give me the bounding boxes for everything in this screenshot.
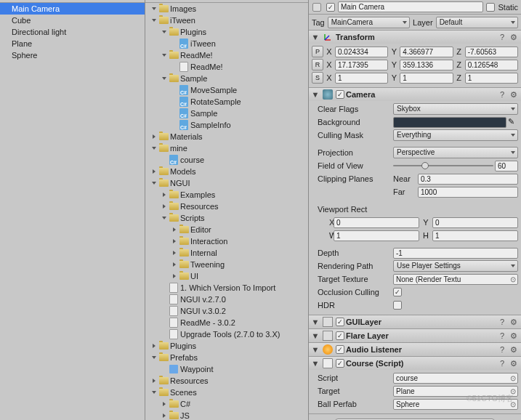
foldout-icon[interactable] [160, 202, 169, 211]
foldout-icon[interactable] [160, 190, 169, 199]
project-item[interactable]: Plugins [145, 26, 308, 38]
fov-slider[interactable] [393, 161, 493, 171]
help-icon[interactable]: ? [497, 344, 507, 355]
rendering-path-dropdown[interactable]: Use Player Settings [393, 260, 518, 272]
foldout-icon[interactable] [150, 132, 158, 141]
enable-checkbox[interactable]: ✓ [336, 90, 344, 99]
project-item[interactable]: Tweening [145, 259, 308, 270]
foldout-icon[interactable] [150, 16, 158, 25]
project-item[interactable]: Editor [145, 224, 308, 235]
layer-dropdown[interactable]: Default [436, 17, 518, 28]
project-item[interactable]: MoveSample [145, 84, 308, 96]
project-item[interactable]: Waypoint [145, 363, 308, 375]
help-icon[interactable]: ? [497, 32, 507, 42]
project-item[interactable]: C# [145, 398, 308, 410]
foldout-icon[interactable] [150, 179, 158, 187]
project-item[interactable]: Resources [145, 375, 308, 387]
foldout-icon[interactable]: ▼ [311, 90, 320, 99]
project-item[interactable]: Images [145, 3, 308, 15]
project-item[interactable]: Plugins [145, 340, 308, 352]
project-item[interactable]: Sample [145, 108, 308, 119]
foldout-icon[interactable] [150, 376, 158, 385]
position-z-input[interactable] [465, 47, 518, 57]
project-item[interactable]: ReadMe - 3.0.2 [145, 317, 308, 328]
help-icon[interactable]: ? [497, 89, 507, 100]
foldout-icon[interactable]: ▼ [311, 33, 320, 41]
project-item[interactable]: Examples [145, 189, 308, 201]
gear-icon[interactable]: ⚙ [509, 358, 519, 368]
project-item[interactable]: mine [145, 142, 308, 154]
foldout-icon[interactable]: ▼ [311, 318, 320, 326]
foldout-icon[interactable] [160, 400, 169, 408]
fov-input[interactable] [495, 161, 518, 171]
foldout-icon[interactable] [150, 353, 158, 362]
foldout-icon[interactable] [170, 225, 179, 234]
project-item[interactable]: JS [145, 410, 308, 420]
hierarchy-item[interactable]: Main Camera [0, 3, 145, 15]
hierarchy-item[interactable]: Plane [0, 38, 145, 49]
gear-icon[interactable]: ⚙ [509, 32, 519, 42]
help-icon[interactable]: ? [497, 358, 507, 368]
foldout-icon[interactable] [160, 51, 169, 60]
project-item[interactable]: Interaction [145, 235, 308, 247]
project-item[interactable]: ReadMe! [145, 61, 308, 73]
project-item[interactable]: Internal [145, 247, 308, 259]
help-icon[interactable]: ? [497, 317, 507, 327]
viewport-y-input[interactable] [432, 217, 518, 228]
project-item[interactable]: iTween [145, 38, 308, 49]
project-item[interactable]: NGUI v.3.0.2 [145, 305, 308, 317]
project-item[interactable]: Materials [145, 131, 308, 142]
occlusion-culling-checkbox[interactable]: ✓ [393, 288, 402, 296]
gear-icon[interactable]: ⚙ [509, 344, 519, 355]
gear-icon[interactable]: ⚙ [509, 331, 519, 341]
foldout-icon[interactable]: ▼ [311, 345, 320, 354]
project-item[interactable]: NGUI v.2.7.0 [145, 294, 308, 305]
active-checkbox[interactable]: ✓ [326, 3, 335, 12]
project-item[interactable]: UI [145, 270, 308, 282]
foldout-icon[interactable] [150, 388, 158, 397]
scale-y-input[interactable] [400, 73, 453, 84]
hierarchy-item[interactable]: Sphere [0, 49, 145, 61]
rotation-button[interactable]: R [312, 59, 323, 70]
hdr-checkbox[interactable] [393, 301, 402, 310]
project-item[interactable]: Prefabs [145, 352, 308, 363]
foldout-icon[interactable] [160, 28, 169, 36]
project-item[interactable]: ReadMe! [145, 49, 308, 61]
foldout-icon[interactable] [160, 411, 169, 420]
project-item[interactable]: 1. Which Version To Import [145, 282, 308, 294]
project-item[interactable]: course [145, 154, 308, 166]
viewport-h-input[interactable] [432, 230, 518, 241]
project-item[interactable]: Resources [145, 201, 308, 212]
tag-dropdown[interactable]: MainCamera [328, 17, 410, 28]
gameobject-name-input[interactable] [338, 1, 483, 12]
target-texture-field[interactable]: None (Render Textu [393, 274, 518, 285]
project-item[interactable]: Scenes [145, 387, 308, 398]
foldout-icon[interactable] [150, 342, 158, 350]
foldout-icon[interactable]: ▼ [311, 331, 320, 340]
foldout-icon[interactable] [170, 272, 179, 280]
enable-checkbox[interactable]: ✓ [336, 345, 344, 354]
foldout-icon[interactable] [160, 214, 169, 222]
depth-input[interactable] [393, 248, 518, 259]
project-item[interactable]: Sample [145, 73, 308, 84]
project-item[interactable]: SampleInfo [145, 119, 308, 131]
background-color-field[interactable] [393, 117, 506, 128]
project-item[interactable]: RotateSample [145, 96, 308, 108]
rotation-y-input[interactable] [400, 60, 453, 70]
enable-checkbox[interactable]: ✓ [336, 318, 344, 326]
scale-z-input[interactable] [465, 73, 518, 84]
rotation-z-input[interactable] [465, 60, 518, 70]
project-item[interactable]: NGUI [145, 177, 308, 189]
help-icon[interactable]: ? [497, 331, 507, 341]
enable-checkbox[interactable]: ✓ [336, 359, 344, 368]
rotation-x-input[interactable] [335, 60, 388, 70]
script-field[interactable]: course [393, 373, 518, 384]
position-x-input[interactable] [335, 47, 388, 57]
gear-icon[interactable]: ⚙ [509, 317, 519, 327]
foldout-icon[interactable]: ▼ [311, 359, 320, 368]
hierarchy-item[interactable]: Directional light [0, 26, 145, 38]
near-input[interactable] [418, 174, 518, 185]
enable-checkbox[interactable]: ✓ [336, 331, 344, 340]
foldout-icon[interactable] [170, 260, 179, 269]
viewport-w-input[interactable] [334, 230, 419, 241]
